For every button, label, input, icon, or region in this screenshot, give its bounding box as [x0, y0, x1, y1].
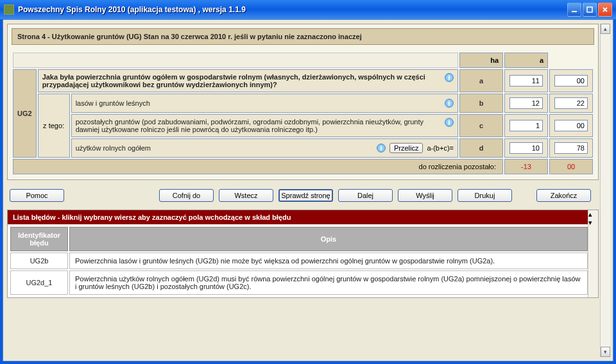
ug2a-ha-input[interactable] [509, 75, 543, 87]
ug2d-ha-input[interactable] [509, 142, 543, 154]
row-c-letter: c [459, 114, 503, 137]
errors-scrollbar[interactable]: ▴ ▾ [588, 210, 598, 297]
ug2-question: Jaka była powierzchnia gruntów ogółem w … [42, 73, 441, 88]
errors-banner: Lista błędów - kliknij wybrany wiersz ab… [8, 210, 588, 224]
errors-col-desc: Opis [69, 227, 588, 251]
remaining-ha: -13 [504, 159, 548, 174]
app-window: Powszechny Spis Rolny 2010 (aplikacja te… [0, 0, 616, 364]
errors-panel: Lista błędów - kliknij wybrany wiersz ab… [7, 210, 599, 298]
ug2b-a-input[interactable] [554, 97, 588, 109]
z-tego-label: z tego: [38, 94, 70, 158]
help-button[interactable]: Pomoc [10, 189, 64, 202]
main-scrollbar[interactable]: ▴ ▾ [600, 24, 610, 357]
send-button[interactable]: Wyślij [398, 189, 452, 202]
titlebar: Powszechny Spis Rolny 2010 (aplikacja te… [0, 0, 616, 19]
ug2-code: UG2 [13, 69, 37, 158]
back-button[interactable]: Wstecz [219, 189, 273, 202]
error-id: UG2d_1 [10, 270, 68, 295]
error-row[interactable]: UG2b Powierzchnia lasów i gruntów leśnyc… [10, 252, 588, 269]
errors-col-id: Identyfikator błędu [10, 227, 68, 251]
svg-rect-0 [572, 11, 577, 12]
info-icon[interactable]: i [445, 118, 454, 127]
error-desc: Powierzchnia użytków rolnych ogółem (UG2… [69, 270, 588, 295]
info-icon[interactable]: i [445, 73, 454, 82]
window-maximize-button[interactable] [583, 3, 597, 17]
remaining-a: 00 [549, 159, 593, 174]
error-id: UG2b [10, 252, 68, 269]
formula-label: a-(b+c)= [427, 144, 454, 152]
ug2b-label: lasów i gruntów leśnych [76, 99, 441, 107]
col-a-header: a [504, 53, 548, 68]
errors-table: Identyfikator błędu Opis UG2b Powierzchn… [9, 226, 589, 296]
scroll-down-icon[interactable]: ▾ [588, 219, 598, 227]
client-area: Strona 4 - Użytkowanie gruntów (UG) Stan… [3, 19, 613, 361]
finish-button[interactable]: Zakończ [536, 189, 591, 202]
window-title: Powszechny Spis Rolny 2010 (aplikacja te… [18, 5, 567, 14]
row-b-letter: b [459, 94, 503, 113]
svg-rect-1 [587, 7, 592, 12]
toolbar: Pomoc Cofnij do Wstecz Sprawdź stronę Da… [7, 185, 599, 206]
page-header: Strona 4 - Użytkowanie gruntów (UG) Stan… [12, 28, 594, 45]
ug2c-ha-input[interactable] [509, 120, 543, 131]
print-button[interactable]: Drukuj [458, 189, 512, 202]
scroll-up-icon[interactable]: ▴ [588, 210, 598, 219]
next-button[interactable]: Dalej [338, 189, 393, 202]
ug2a-a-input[interactable] [554, 75, 588, 87]
info-icon[interactable]: i [377, 144, 386, 153]
main-panel: Strona 4 - Użytkowanie gruntów (UG) Stan… [7, 24, 599, 180]
ug2c-label: pozostałych gruntów (pod zabudowaniami, … [76, 118, 441, 133]
scroll-up-icon[interactable]: ▴ [601, 24, 610, 34]
check-page-button[interactable]: Sprawdź stronę [278, 189, 333, 202]
window-close-button[interactable] [598, 3, 612, 17]
error-desc: Powierzchnia lasów i gruntów leśnych (UG… [69, 252, 588, 269]
info-icon[interactable]: i [445, 99, 454, 108]
ug2b-ha-input[interactable] [509, 97, 543, 109]
col-ha-header: ha [459, 53, 503, 68]
ug2d-a-input[interactable] [554, 142, 588, 154]
scroll-down-icon[interactable]: ▾ [601, 347, 610, 357]
window-minimize-button[interactable] [567, 3, 581, 17]
row-d-letter: d [459, 138, 503, 158]
recalculate-button[interactable]: Przelicz [389, 143, 424, 153]
ug2c-a-input[interactable] [554, 120, 588, 131]
row-a-letter: a [459, 69, 503, 92]
undo-button[interactable]: Cofnij do [159, 189, 214, 202]
error-row[interactable]: UG2d_1 Powierzchnia użytków rolnych ogół… [10, 270, 588, 295]
ug2-table: ha a UG2 Jaka była powierzchnia gruntów … [12, 51, 594, 176]
app-icon [4, 4, 14, 15]
remaining-label: do rozliczenia pozostało: [13, 159, 503, 174]
ug2d-label: użytków rolnych ogółem [76, 144, 373, 152]
